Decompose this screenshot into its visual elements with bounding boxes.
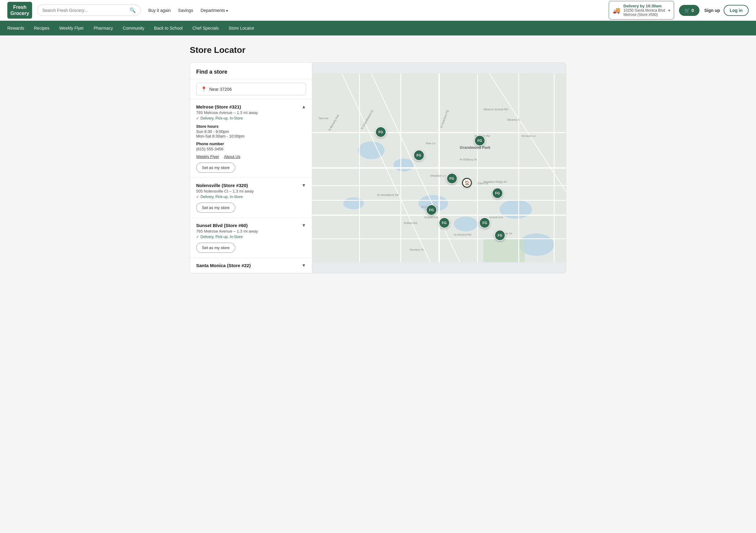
main-content: Store Locator Find a store 📍 Near 37206 … [182, 36, 574, 283]
delivery-selector[interactable]: 🚚 Delivery by 10:30am 10250 Santa Monica… [609, 1, 674, 19]
svg-point-7 [343, 198, 364, 209]
svg-text:Rollins Rd: Rollins Rd [404, 221, 417, 225]
store-locator-container: Find a store 📍 Near 37206 Melrose (Store… [190, 62, 566, 274]
set-store-nolensville-button[interactable]: Set as my store [196, 202, 235, 213]
svg-text:Meadow Ridge Dr: Meadow Ridge Dr [483, 180, 507, 183]
svg-text:Nursery Dr: Nursery Dr [410, 248, 424, 251]
svg-text:W Karen Ln: W Karen Ln [522, 134, 536, 138]
store-item-nolensville-header[interactable]: Nolensville (Store #320) 505 Nolensville… [196, 183, 306, 199]
nav-store-locator[interactable]: Store Locator [229, 26, 254, 31]
store-melrose-about-link[interactable]: About Us [224, 154, 240, 159]
svg-text:W Woodland Ter: W Woodland Ter [377, 193, 399, 197]
check-icon: ✓ [196, 116, 199, 120]
buy-it-again-link[interactable]: Buy it again [148, 8, 171, 13]
svg-text:Grandwood Park: Grandwood Park [460, 146, 491, 150]
set-store-melrose-button[interactable]: Set as my store [196, 163, 235, 173]
store-santa-monica-name: Santa Monica (Store #22) [196, 263, 251, 268]
store-nolensville-address: 505 Nolensville Ct – 1.3 mi away [196, 189, 254, 194]
nav-recipes[interactable]: Recipes [34, 26, 49, 31]
svg-text:N Almond Rd: N Almond Rd [454, 233, 471, 236]
fg-marker-4[interactable]: FG [446, 173, 457, 184]
logo-line2: Grocery [11, 11, 29, 16]
set-store-sunset-button[interactable]: Set as my store [196, 243, 235, 253]
svg-text:Grand Ave: Grand Ave [489, 215, 503, 219]
store-nolensville-services: ✓ Delivery, Pick-up, In-Store [196, 195, 254, 199]
cart-icon: 🛒 [685, 8, 690, 13]
svg-point-5 [500, 200, 532, 219]
store-nolensville-name: Nolensville (Store #320) [196, 183, 254, 188]
store-melrose-details: Store hours Sun 6:30 - 9:00pmMon-Sat 6:3… [196, 124, 306, 173]
store-melrose-hours-value: Sun 6:30 - 9:00pmMon-Sat 6:30am - 10:00p… [196, 129, 306, 139]
store-list-panel: Find a store 📍 Near 37206 Melrose (Store… [190, 63, 312, 273]
nav-chef-specials[interactable]: Chef Specials [193, 26, 219, 31]
fg-marker-8[interactable]: FG [479, 217, 490, 228]
chevron-down-icon-santa-monica: ▼ [302, 263, 306, 268]
pin-icon: 📍 [201, 86, 207, 92]
svg-text:Stearns School Rd: Stearns School Rd [483, 108, 508, 111]
location-value: Near 37206 [209, 87, 231, 92]
store-sunset-info: Sunset Blvd (Store #60) 765 Melrose Aven… [196, 223, 258, 239]
store-sunset-address: 765 Melrose Avenue – 1.3 mi away [196, 229, 258, 233]
nav-pharmacy[interactable]: Pharmacy [94, 26, 113, 31]
store-melrose-phone-section: Phone number (615) 555-3456 [196, 142, 306, 151]
store-melrose-phone-value: (615) 555-3456 [196, 147, 306, 151]
chevron-down-icon-sunset: ▼ [302, 223, 306, 228]
store-melrose-name: Melrose (Store #321) [196, 104, 258, 109]
cart-count: 0 [691, 8, 694, 13]
savings-link[interactable]: Savings [178, 8, 193, 13]
delivery-dropdown-arrow: ▾ [668, 8, 670, 13]
nav-rewards[interactable]: Rewards [7, 26, 24, 31]
fg-marker-3[interactable]: FG [474, 135, 485, 146]
departments-link[interactable]: Departments [201, 8, 228, 13]
nav-weekly-flyer[interactable]: Weekly Flyer [59, 26, 84, 31]
fg-marker-2[interactable]: FG [414, 150, 424, 161]
find-store-heading: Find a store [190, 63, 312, 79]
fg-marker-9[interactable]: FG [495, 230, 505, 241]
search-bar[interactable]: 🔍 [37, 5, 141, 16]
nav-community[interactable]: Community [123, 26, 145, 31]
delivery-info: Delivery by 10:30am 10250 Santa Monica B… [623, 4, 665, 17]
top-nav: Buy it again Savings Departments [148, 8, 228, 13]
store-sunset-services: ✓ Delivery, Pick-up, In-Store [196, 235, 258, 239]
fg-marker-1[interactable]: FG [375, 126, 386, 138]
logo[interactable]: Fresh Grocery [7, 2, 32, 18]
location-input-box[interactable]: 📍 Near 37206 [196, 83, 306, 95]
search-icon: 🔍 [129, 7, 136, 13]
store-sunset-actions: Set as my store [196, 243, 306, 253]
store-item-santa-monica-header[interactable]: Santa Monica (Store #22) ▼ [196, 263, 306, 268]
store-melrose-hours-section: Store hours Sun 6:30 - 9:00pmMon-Sat 6:3… [196, 124, 306, 139]
store-sunset-name: Sunset Blvd (Store #60) [196, 223, 258, 228]
store-santa-monica-info: Santa Monica (Store #22) [196, 263, 251, 268]
store-melrose-hours-label: Store hours [196, 124, 306, 129]
cart-button[interactable]: 🛒 0 [679, 5, 699, 16]
login-button[interactable]: Log in [724, 5, 749, 16]
store-item-melrose-header[interactable]: Melrose (Store #321) 765 Melrose Avenue … [196, 104, 306, 120]
home-marker[interactable]: 🏠 [462, 178, 472, 188]
nav-back-to-school[interactable]: Back to School [154, 26, 182, 31]
main-nav: Rewards Recipes Weekly Flyer Pharmacy Co… [0, 21, 756, 36]
store-nolensville-info: Nolensville (Store #320) 505 Nolensville… [196, 183, 254, 199]
store-item-sunset-header[interactable]: Sunset Blvd (Store #60) 765 Melrose Aven… [196, 223, 306, 239]
logo-line1: Fresh [13, 5, 27, 10]
store-melrose-address: 765 Melrose Avenue – 1.3 mi away [196, 110, 258, 115]
fg-marker-7[interactable]: FG [439, 217, 450, 228]
svg-point-2 [393, 159, 414, 172]
check-icon-3: ✓ [196, 235, 199, 239]
signup-button[interactable]: Sign up [704, 8, 720, 13]
page-title: Store Locator [190, 45, 566, 55]
store-item-sunset: Sunset Blvd (Store #60) 765 Melrose Aven… [190, 218, 312, 258]
svg-text:Meadow Ln: Meadow Ln [430, 174, 446, 177]
fg-marker-5[interactable]: FG [492, 188, 503, 199]
delivery-time: Delivery by 10:30am [623, 4, 665, 8]
search-input[interactable] [42, 8, 127, 13]
delivery-icon: 🚚 [613, 7, 620, 14]
svg-text:Tara Ave: Tara Ave [318, 117, 329, 120]
fg-marker-6[interactable]: FG [426, 204, 437, 215]
delivery-address: 10250 Santa Monica Blvd Melrose (Store #… [623, 8, 665, 17]
store-item-melrose: Melrose (Store #321) 765 Melrose Avenue … [190, 99, 312, 178]
store-melrose-weekly-flyer-link[interactable]: Weekly Flyer [196, 154, 219, 159]
location-search: 📍 Near 37206 [190, 79, 312, 99]
auth-links: Sign up Log in [704, 5, 749, 16]
svg-text:Stearns S: Stearns S [507, 118, 520, 121]
store-melrose-info: Melrose (Store #321) 765 Melrose Avenue … [196, 104, 258, 120]
